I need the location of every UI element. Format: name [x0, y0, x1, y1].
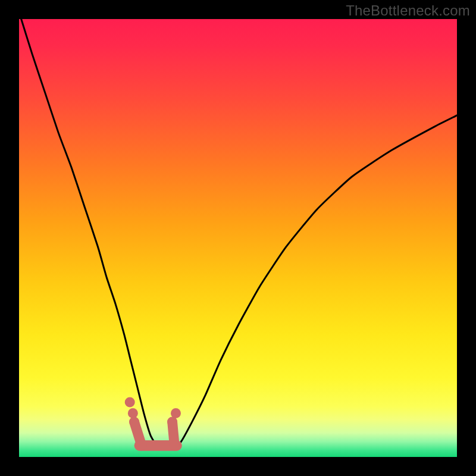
svg-line-7 [134, 422, 142, 446]
outer-frame: TheBottleneck.com [0, 0, 476, 476]
curve-layer [19, 19, 457, 457]
plot-area [19, 19, 457, 457]
watermark-text: TheBottleneck.com [346, 2, 470, 19]
svg-point-2 [128, 408, 138, 418]
svg-point-5 [171, 408, 181, 418]
svg-point-1 [125, 397, 135, 408]
svg-line-8 [173, 422, 175, 446]
bottleneck-curve [21, 19, 457, 449]
